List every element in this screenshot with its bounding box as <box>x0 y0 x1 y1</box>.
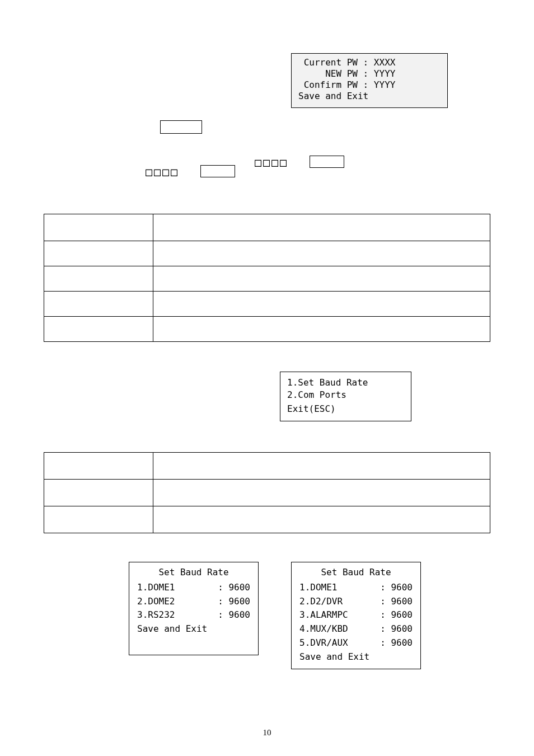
baud-value: : 9600 <box>380 595 413 609</box>
table-2 <box>44 452 490 533</box>
baud-value: : 9600 <box>218 595 250 609</box>
menu-item-exit[interactable]: Exit(ESC) <box>287 403 404 415</box>
baud-label: 5.DVR/AUX <box>299 636 348 650</box>
empty-box-right <box>310 156 344 168</box>
baud-left-save[interactable]: Save and Exit <box>137 622 250 636</box>
table-row <box>44 453 490 480</box>
baud-row[interactable]: 4.MUX/KBD : 9600 <box>299 622 413 636</box>
table-row <box>44 480 490 506</box>
baud-value: : 9600 <box>218 608 250 622</box>
baud-label: 3.ALARMPC <box>299 608 348 622</box>
baud-rate-box-right: Set Baud Rate 1.DOME1 : 9600 2.D2/DVR : … <box>291 562 421 669</box>
baud-value: : 9600 <box>218 581 250 595</box>
menu-item-comports[interactable]: 2.Com Ports <box>287 389 404 401</box>
table-row <box>44 317 490 342</box>
empty-box-left <box>200 165 235 177</box>
page-number: 10 <box>0 728 534 738</box>
baud-row[interactable]: 3.RS232 : 9600 <box>137 608 250 622</box>
glyph-row-right: □□□□ <box>255 156 288 169</box>
table-row <box>44 506 490 533</box>
network-menu-box: 1.Set Baud Rate 2.Com Ports Exit(ESC) <box>280 372 411 421</box>
baud-label: 1.DOME1 <box>137 581 175 595</box>
baud-label: 2.DOME2 <box>137 595 175 609</box>
baud-value: : 9600 <box>380 636 413 650</box>
table-row <box>44 214 490 241</box>
baud-rate-box-left: Set Baud Rate 1.DOME1 : 9600 2.DOME2 : 9… <box>129 562 259 655</box>
table-row <box>44 266 490 292</box>
baud-row[interactable]: 2.DOME2 : 9600 <box>137 595 250 609</box>
baud-value: : 9600 <box>380 581 413 595</box>
baud-label: 4.MUX/KBD <box>299 622 348 636</box>
baud-row[interactable]: 1.DOME1 : 9600 <box>299 581 413 595</box>
baud-row[interactable]: 2.D2/DVR : 9600 <box>299 595 413 609</box>
empty-box-top <box>160 120 202 134</box>
table-row <box>44 292 490 317</box>
glyph-row-left: □□□□ <box>146 165 179 179</box>
baud-row[interactable]: 1.DOME1 : 9600 <box>137 581 250 595</box>
baud-left-title: Set Baud Rate <box>137 566 250 580</box>
baud-row[interactable]: 3.ALARMPC : 9600 <box>299 608 413 622</box>
baud-right-title: Set Baud Rate <box>299 566 413 580</box>
baud-label: 1.DOME1 <box>299 581 337 595</box>
menu-item-baud[interactable]: 1.Set Baud Rate <box>287 377 404 389</box>
table-1 <box>44 214 490 342</box>
baud-right-save[interactable]: Save and Exit <box>299 650 413 664</box>
table-row <box>44 241 490 266</box>
baud-label: 2.D2/DVR <box>299 595 343 609</box>
password-box: Current PW : XXXX NEW PW : YYYY Confirm … <box>291 53 448 108</box>
baud-row[interactable]: 5.DVR/AUX : 9600 <box>299 636 413 650</box>
baud-label: 3.RS232 <box>137 608 175 622</box>
baud-value: : 9600 <box>380 622 413 636</box>
baud-value: : 9600 <box>380 608 413 622</box>
